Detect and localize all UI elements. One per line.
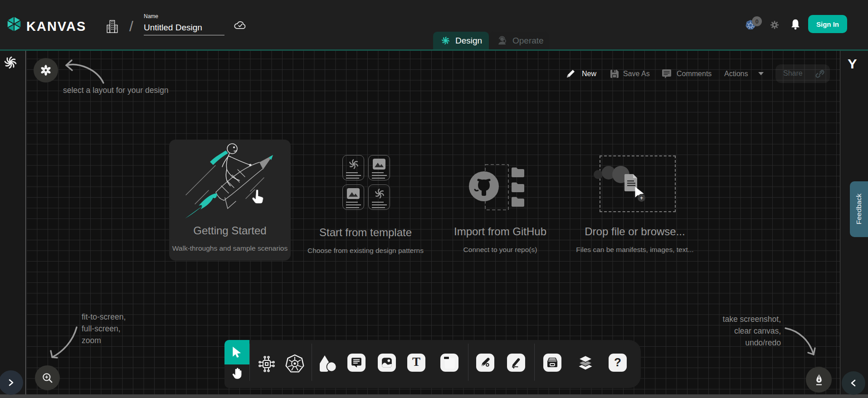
comment-tool[interactable] (347, 354, 366, 372)
new-button[interactable]: New (582, 70, 596, 78)
breadcrumb-slash: / (129, 18, 133, 35)
sign-in-button[interactable]: Sign In (808, 15, 847, 33)
select-tool-active[interactable] (224, 340, 249, 364)
toolbar-divider (249, 344, 250, 381)
shapes-tool-icon[interactable] (317, 354, 337, 374)
repo-folder-icon (511, 196, 525, 208)
tab-design-label: Design (455, 36, 482, 46)
freehand-tool[interactable] (507, 354, 525, 372)
layout-picker-button[interactable] (34, 58, 58, 83)
dot-small (594, 170, 603, 179)
image-tool[interactable] (378, 354, 396, 372)
actions-caret-icon[interactable] (758, 72, 764, 75)
start-from-template-title: Start from template (305, 226, 426, 239)
settings-gear-icon[interactable] (770, 20, 780, 30)
brand-wordmark: KANVAS (26, 19, 86, 34)
design-spiral-icon (441, 36, 450, 45)
comments-icon[interactable] (661, 68, 673, 79)
layers-icon (576, 353, 595, 372)
repo-folder-icon (511, 181, 525, 193)
share-label: Share (783, 69, 803, 78)
components-tool[interactable] (543, 354, 561, 372)
comments-button[interactable]: Comments (677, 70, 712, 78)
save-as-button[interactable]: Save As (623, 70, 650, 78)
meshery-spiral-icon[interactable] (4, 56, 17, 69)
horizontal-scrollbar[interactable] (0, 394, 868, 398)
template-tile[interactable] (342, 155, 364, 180)
template-image-icon (372, 158, 386, 170)
help-tool[interactable]: ? (609, 354, 627, 372)
design-name-label: Name (144, 13, 158, 19)
feedback-label: Feedback (855, 194, 863, 224)
template-image-icon (346, 188, 360, 199)
operate-headset-icon (497, 36, 507, 46)
text-tool-icon: T (412, 355, 420, 369)
template-tile[interactable] (368, 155, 390, 180)
drop-file-subtitle: Files can be manifests, images, text... (551, 246, 718, 254)
pen-tool-icon (479, 357, 491, 369)
tab-operate[interactable]: Operate (489, 32, 549, 49)
repo-folder-icon (511, 166, 525, 178)
collapse-right-panel-button[interactable] (842, 371, 865, 395)
toolbar-divider (468, 344, 468, 381)
hand-pan-icon (232, 367, 244, 380)
feedback-tab[interactable]: Feedback (850, 181, 868, 237)
left-rail (0, 51, 26, 394)
chevron-left-icon (852, 380, 855, 386)
template-spiral-icon (348, 159, 359, 170)
share-link-icon (814, 68, 825, 79)
screenshot-hint-text: take screenshot, clear canvas, undo/redo (645, 313, 781, 349)
template-tile[interactable] (368, 184, 390, 210)
pan-tool[interactable] (226, 363, 249, 384)
tab-design[interactable]: Design (433, 32, 489, 49)
getting-started-title: Getting Started (169, 224, 291, 237)
layout-hint-arrow (59, 57, 109, 88)
text-tool[interactable]: T (407, 354, 425, 372)
sticky-note-icon (442, 355, 457, 370)
zoom-in-icon (41, 372, 54, 384)
notifications-bell-icon[interactable] (790, 19, 801, 30)
credit-badge: 0 (752, 16, 762, 26)
toolbar-divider (534, 344, 535, 381)
organization-icon[interactable] (105, 19, 119, 34)
freehand-pencil-icon (510, 357, 522, 369)
chevron-right-icon (10, 380, 13, 385)
new-pencil-icon[interactable] (565, 68, 576, 79)
hand-cursor-icon (250, 189, 265, 206)
tab-operate-label: Operate (512, 36, 544, 46)
zoom-hint-arrow (43, 323, 82, 363)
sticky-note-tool[interactable] (440, 354, 458, 372)
template-spiral-icon (374, 188, 385, 199)
pen-tool[interactable] (476, 354, 494, 372)
comment-tool-icon (351, 357, 362, 369)
plus-badge: + (638, 194, 645, 202)
layer5-y-logo[interactable]: Y (848, 56, 857, 72)
save-as-icon[interactable] (609, 68, 620, 79)
layers-tool[interactable] (576, 354, 595, 372)
image-tool-icon (381, 357, 393, 369)
layout-hint-text: select a layout for your design (63, 84, 169, 96)
design-name-input[interactable]: Untitled Design (144, 23, 202, 33)
screenshot-hint-arrow (782, 323, 819, 361)
zoom-button[interactable] (35, 365, 60, 390)
rocket-doodle-illustration (181, 141, 277, 220)
pen-nib-icon (813, 374, 825, 386)
cloud-sync-icon[interactable] (233, 19, 248, 31)
toolbar-divider (312, 344, 312, 381)
kanvas-logo-icon[interactable] (5, 15, 23, 33)
flower-icon (40, 64, 52, 76)
pen-actions-button[interactable] (806, 367, 832, 393)
actions-dropdown[interactable]: Actions (724, 70, 748, 78)
drop-file-title: Drop file or browse... (574, 225, 696, 238)
help-question-icon: ? (614, 355, 621, 369)
import-from-github-title: Import from GitHub (439, 225, 561, 238)
zoom-hint-text: fit-to-screen, full-screen, zoom (82, 311, 126, 346)
github-icon (468, 170, 500, 202)
template-tile[interactable] (342, 184, 364, 210)
kubernetes-tool-icon[interactable] (284, 354, 305, 374)
share-button[interactable]: Share (775, 64, 830, 83)
flowchart-tool-icon[interactable] (256, 355, 277, 373)
select-cursor-icon (232, 346, 242, 358)
design-name-underline (144, 35, 224, 35)
drawer-icon (546, 357, 559, 369)
